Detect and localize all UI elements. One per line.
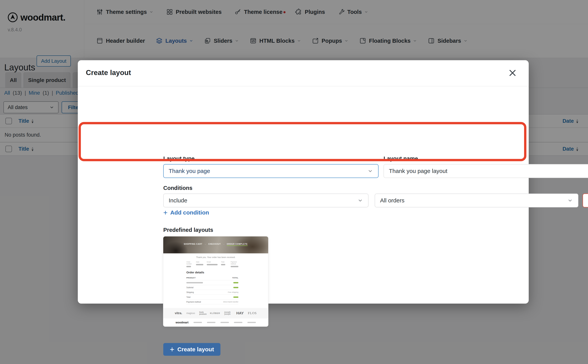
product-col: PRODUCT [186,277,196,279]
close-icon [508,68,517,77]
brand-logo: KLÖBER [210,312,220,314]
thumbnail-order-table: PRODUCTTOTAL Subtotal ShippingFree shipp… [186,275,238,304]
thumbnail-footer: woodmart [163,318,268,326]
plus-icon: + [170,346,174,353]
layout-type-value: Thank you page [169,168,210,174]
row-value: Free shipping [228,291,238,293]
brand-logo: FLOS [248,311,257,315]
modal-header: Create layout [78,60,529,86]
predefined-layouts-label: Predefined layouts [163,227,213,233]
conditions-label: Conditions [163,185,192,191]
brand-logo: HAY [236,311,244,315]
chevron-down-icon [567,198,573,203]
row-value: Direct bank transfer [223,301,238,303]
brand-logo: magisso [186,312,195,315]
layout-type-select[interactable]: Thank you page [163,164,378,178]
chevron-down-icon [367,168,373,174]
meta-label: Date: [196,261,203,263]
create-layout-modal: Create layout Layout type Thank you page… [78,60,529,304]
row-label: Total [186,296,190,298]
create-layout-button[interactable]: + Create layout [163,343,220,356]
meta-label: Order number: [186,261,192,265]
add-condition-link[interactable]: + Add condition [163,209,209,216]
modal-title: Create layout [86,69,131,77]
condition-type-select[interactable]: Include [163,194,369,207]
meta-label: Email: [207,261,218,263]
close-button[interactable] [508,68,517,78]
thumbnail-brand-logos: vitra. magisso louis poulsen KLÖBER jose… [163,308,268,318]
row-label: Shipping [186,291,194,293]
thumbnail-breadcrumb: SHOPPING CART → CHECKOUT → ORDER COMPLET… [163,243,268,246]
thumbnail-footer-logo: woodmart [176,321,188,324]
brand-logo: joseph joseph [224,311,232,315]
condition-type-value: Include [169,197,187,204]
chevron-down-icon [357,198,363,203]
row-label: Payment method [186,301,201,303]
plus-icon: + [163,210,167,215]
thumbnail-order-details-title: Order details [186,271,238,274]
crumb-sep: → [204,243,206,246]
meta-label: Total: [221,261,227,263]
crumb-current: ORDER COMPLETE [227,243,248,246]
layout-name-value: Thank you page layout [389,168,448,174]
thumbnail-thankyou-text: Thank you. Your order has been received. [163,256,268,258]
brand-logo: louis poulsen [199,311,206,315]
woodmart-admin-page: woodmart. v.8.4.0 Theme settings Prebuil… [0,0,588,364]
crumb: CHECKOUT [208,243,221,246]
create-layout-label: Create layout [177,346,214,353]
remove-condition-button[interactable] [583,194,588,207]
layout-type-label: Layout type [163,156,195,162]
crumb: SHOPPING CART [184,243,202,246]
thumbnail-hero-image: SHOPPING CART → CHECKOUT → ORDER COMPLET… [163,236,268,253]
condition-value-select[interactable]: All orders [375,194,578,207]
brand-logo: vitra. [175,312,182,315]
row-label: Subtotal [186,286,193,289]
predefined-layout-thumbnail[interactable]: SHOPPING CART → CHECKOUT → ORDER COMPLET… [163,236,268,326]
crumb-sep: → [223,243,225,246]
add-condition-label: Add condition [170,209,209,216]
thumbnail-order-meta: Order number: Date: Email: Total: Paymen… [186,261,238,267]
condition-value: All orders [380,197,404,204]
layout-name-label: Layout name [383,156,418,162]
total-col: TOTAL [232,277,238,279]
meta-label: Payment method: [231,261,238,265]
layout-name-input[interactable]: Thank you page layout [383,164,588,178]
